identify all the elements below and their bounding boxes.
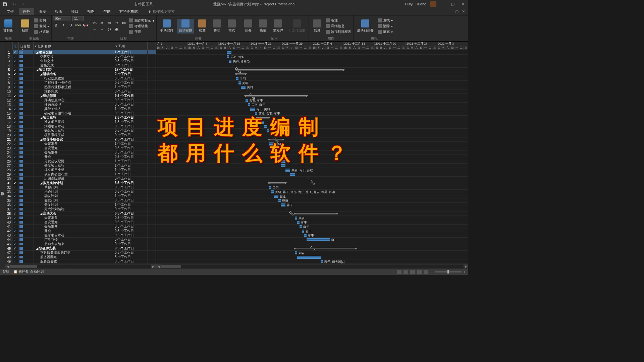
- col-name[interactable]: ▾ 任务名称: [34, 42, 114, 50]
- task-row[interactable]: 31✓◢拟定实施计划3.5 个工作日: [5, 181, 156, 185]
- gantt-row[interactable]: 蒋干: [156, 229, 468, 233]
- task-hscroll[interactable]: ◀▶: [5, 264, 156, 269]
- maximize-icon[interactable]: ▢: [450, 2, 456, 6]
- gantt-row[interactable]: [156, 116, 468, 120]
- task-row[interactable]: 23✓会议通知0.5 个工作日: [5, 146, 156, 150]
- gantt-row[interactable]: 蒋干, 服务器[1]: [156, 259, 468, 264]
- copy-button[interactable]: 复制 ▾: [33, 23, 50, 29]
- gantt-row[interactable]: 曹操, 关羽, 蒋干: [156, 111, 468, 116]
- gantt-row[interactable]: 关羽: [156, 216, 468, 220]
- avatar[interactable]: [430, 1, 436, 7]
- gantt-row[interactable]: 关羽, 诸葛亮: [156, 59, 468, 63]
- tab-format[interactable]: 甘特图格式: [115, 8, 142, 15]
- task-row[interactable]: 7✓行业信息收集0.5 个工作日: [5, 76, 156, 81]
- task-row[interactable]: 42✓开会0.5 个工作日: [5, 229, 156, 233]
- task-row[interactable]: 32✓草拟计划0.5 个工作日: [5, 185, 156, 190]
- view-task-icon[interactable]: [404, 270, 408, 274]
- gantt-row[interactable]: 12/3: [156, 207, 468, 212]
- gantt-row[interactable]: 11/30: [156, 133, 468, 137]
- font-color-button[interactable]: A▾: [83, 22, 89, 28]
- gantt-row[interactable]: [156, 246, 468, 251]
- timeline-header[interactable]: 月 12021 十一月 82021 十一月 152021 十一月 222021 …: [156, 42, 468, 50]
- gantt-row[interactable]: [156, 212, 468, 216]
- pct50-button[interactable]: 50: [106, 20, 112, 26]
- task-row[interactable]: 33✓沟通计划0.5 个工作日: [5, 190, 156, 194]
- task-row[interactable]: 49✓服务器签收0.5 个工作日: [5, 259, 156, 264]
- paste-button[interactable]: 粘贴: [18, 19, 32, 34]
- gantt-row[interactable]: 张辽: [156, 194, 468, 198]
- milestone-insert-button[interactable]: 里程碑: [271, 19, 285, 34]
- task-row[interactable]: 28✓成立项目小组1 个工作日: [5, 168, 156, 172]
- details-button[interactable]: 详细信息: [325, 23, 352, 29]
- view-team-icon[interactable]: [410, 270, 415, 274]
- indent-button[interactable]: →: [99, 27, 105, 32]
- task-row[interactable]: 48✓服务器配送5 个工作日: [5, 255, 156, 259]
- view-gantt-icon[interactable]: [397, 270, 401, 274]
- task-row[interactable]: 25✓开会0.5 个工作日: [5, 155, 156, 159]
- bold-button[interactable]: B: [53, 22, 59, 28]
- gantt-row[interactable]: 蒋干: [156, 238, 468, 242]
- task-row[interactable]: 27✓分发项目章程1 个工作日: [5, 164, 156, 168]
- task-row[interactable]: 15✓确定项目领导小组0.5 个工作日: [5, 111, 156, 116]
- task-row[interactable]: 26✓分发会议纪要1 个工作日: [5, 159, 156, 164]
- gantt-row[interactable]: [156, 72, 468, 76]
- task-row[interactable]: 39✓会议准备0.5 个工作日: [5, 216, 156, 220]
- gantt-row[interactable]: 刘备: [156, 251, 468, 255]
- task-row[interactable]: 19✓确认项目章程0.5 个工作日: [5, 129, 156, 133]
- unlink-button[interactable]: ⛓̸: [114, 27, 120, 32]
- mode-button[interactable]: 模式: [225, 19, 238, 34]
- task-row[interactable]: 18✓沟通项目章程0.5 个工作日: [5, 124, 156, 129]
- tell-me[interactable]: 操作说明搜索: [148, 9, 175, 14]
- view-report-icon[interactable]: [424, 270, 428, 274]
- gantt-row[interactable]: [156, 137, 468, 142]
- italic-button[interactable]: I: [60, 22, 66, 28]
- task-row[interactable]: 30✓组织保障完成0 个工作日: [5, 177, 156, 181]
- find-button[interactable]: 查找 ▾: [377, 18, 393, 23]
- gantt-row[interactable]: 关羽: [156, 185, 468, 190]
- tab-report[interactable]: 报表: [51, 8, 66, 15]
- gantt-row[interactable]: 关羽: [156, 85, 468, 89]
- task-row[interactable]: 44✓广泛宣传5 个工作日: [5, 238, 156, 242]
- gantt-row[interactable]: [156, 159, 468, 164]
- add-timeline-button[interactable]: 添加到日程表: [325, 29, 352, 35]
- task-row[interactable]: 34✓确认计划1 个工作日: [5, 194, 156, 198]
- view-resource-icon[interactable]: [417, 270, 422, 274]
- task-row[interactable]: 2✓销售交接0.5 个工作日: [5, 55, 156, 59]
- gantt-row[interactable]: 蒋干: [156, 220, 468, 225]
- ribbon-collapse-icon[interactable]: ▢: [455, 9, 459, 14]
- scroll-to-task-button[interactable]: 滚动到任务: [355, 19, 376, 34]
- gantt-row[interactable]: [156, 164, 468, 168]
- task-row[interactable]: 47✓下达服务器采购订单0.5 个工作日: [5, 251, 156, 255]
- gantt-row[interactable]: [156, 68, 468, 72]
- task-row[interactable]: 10✓准备完成0 个工作日: [5, 89, 156, 94]
- tab-project[interactable]: 项目: [67, 8, 83, 15]
- move-button[interactable]: 移动: [210, 19, 224, 34]
- task-row[interactable]: 8✓了解行业业务特点0.5 个工作日: [5, 81, 156, 85]
- gantt-row[interactable]: [156, 155, 468, 159]
- gantt-row[interactable]: 蒋干: [156, 203, 468, 207]
- gantt-row[interactable]: [156, 255, 468, 259]
- gantt-row[interactable]: 蒋干: [156, 225, 468, 229]
- link-button[interactable]: ⛓: [106, 27, 112, 32]
- save-icon[interactable]: [3, 2, 7, 6]
- gantt-row[interactable]: 12/7: [156, 177, 468, 181]
- pct25-button[interactable]: 25: [99, 20, 105, 26]
- undo-icon[interactable]: [11, 2, 16, 6]
- fill-button[interactable]: 填充 ▾: [377, 29, 393, 35]
- task-row[interactable]: 38✓◢启动大会6.5 个工作日: [5, 212, 156, 216]
- task-row[interactable]: 36✓分发计划1 个工作日: [5, 203, 156, 207]
- ribbon-help-icon[interactable]: ✕: [462, 9, 465, 14]
- col-mode[interactable]: 任务模式: [19, 42, 34, 50]
- redo-icon[interactable]: [20, 2, 25, 6]
- task-row[interactable]: 43✓签署项目章程0.5 个工作日: [5, 233, 156, 238]
- summary-insert-button[interactable]: 摘要: [256, 19, 270, 34]
- task-row[interactable]: 14✓其他关键人1 个工作日: [5, 107, 156, 111]
- highlight-button[interactable]: ab▾: [75, 22, 81, 28]
- tab-view[interactable]: 视图: [83, 8, 99, 15]
- task-row[interactable]: 35✓签发计划0.5 个工作日: [5, 198, 156, 203]
- gantt-row[interactable]: 关羽: [156, 81, 468, 85]
- gantt-row[interactable]: 关羽, 刘备: [156, 55, 468, 59]
- gantt-row[interactable]: [156, 172, 468, 177]
- task-row[interactable]: 21✓◢领导小组会议2.5 个工作日: [5, 137, 156, 142]
- inactivate-button[interactable]: 停用: [128, 29, 155, 35]
